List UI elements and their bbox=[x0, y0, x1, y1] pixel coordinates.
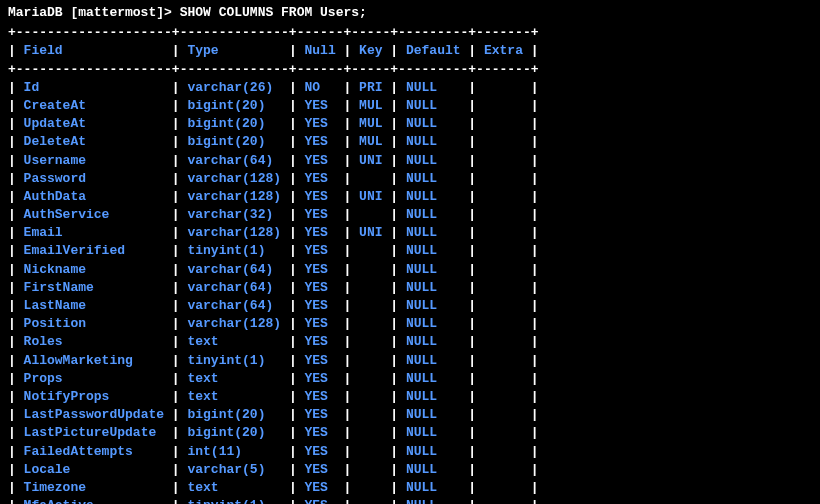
cell-key: PRI bbox=[359, 80, 382, 95]
cell-key bbox=[359, 444, 382, 459]
cell-key bbox=[359, 353, 382, 368]
cell-key bbox=[359, 334, 382, 349]
cell-type: text bbox=[187, 371, 281, 386]
cell-default: NULL bbox=[406, 425, 461, 440]
table-row: | Position | varchar(128) | YES | | NULL… bbox=[8, 315, 812, 333]
table-row: | AllowMarketing | tinyint(1) | YES | | … bbox=[8, 352, 812, 370]
cell-field: Id bbox=[24, 80, 164, 95]
cell-field: AuthData bbox=[24, 189, 164, 204]
cell-default: NULL bbox=[406, 298, 461, 313]
cell-field: DeleteAt bbox=[24, 134, 164, 149]
table-row: | DeleteAt | bigint(20) | YES | MUL | NU… bbox=[8, 133, 812, 151]
cell-default: NULL bbox=[406, 134, 461, 149]
cell-field: Roles bbox=[24, 334, 164, 349]
cell-field: Nickname bbox=[24, 262, 164, 277]
cell-null: YES bbox=[304, 389, 335, 404]
table-row: | Id | varchar(26) | NO | PRI | NULL | | bbox=[8, 79, 812, 97]
cell-extra bbox=[484, 116, 523, 131]
cell-null: YES bbox=[304, 480, 335, 495]
cell-field: CreateAt bbox=[24, 98, 164, 113]
cell-key: UNI bbox=[359, 153, 382, 168]
cell-default: NULL bbox=[406, 334, 461, 349]
table-border-mid: +--------------------+--------------+---… bbox=[8, 61, 812, 79]
cell-null: YES bbox=[304, 225, 335, 240]
cell-type: varchar(64) bbox=[187, 262, 281, 277]
cell-default: NULL bbox=[406, 171, 461, 186]
cell-key bbox=[359, 480, 382, 495]
cell-extra bbox=[484, 98, 523, 113]
cell-type: varchar(128) bbox=[187, 316, 281, 331]
cell-type: int(11) bbox=[187, 444, 281, 459]
cell-field: Timezone bbox=[24, 480, 164, 495]
cell-type: varchar(64) bbox=[187, 153, 281, 168]
cell-default: NULL bbox=[406, 189, 461, 204]
cell-field: Email bbox=[24, 225, 164, 240]
sql-prompt: MariaDB [mattermost]> SHOW COLUMNS FROM … bbox=[8, 4, 812, 22]
cell-field: MfaActive bbox=[24, 498, 164, 504]
table-header-row: | Field | Type | Null | Key | Default | … bbox=[8, 42, 812, 60]
table-row: | LastName | varchar(64) | YES | | NULL … bbox=[8, 297, 812, 315]
cell-key bbox=[359, 207, 382, 222]
cell-type: varchar(26) bbox=[187, 80, 281, 95]
cell-key: UNI bbox=[359, 189, 382, 204]
cell-key bbox=[359, 316, 382, 331]
cell-null: YES bbox=[304, 262, 335, 277]
cell-null: YES bbox=[304, 153, 335, 168]
header-default: Default bbox=[406, 43, 461, 58]
cell-extra bbox=[484, 444, 523, 459]
cell-default: NULL bbox=[406, 80, 461, 95]
cell-type: tinyint(1) bbox=[187, 353, 281, 368]
cell-default: NULL bbox=[406, 444, 461, 459]
cell-null: YES bbox=[304, 316, 335, 331]
cell-null: YES bbox=[304, 243, 335, 258]
cell-extra bbox=[484, 298, 523, 313]
cell-type: bigint(20) bbox=[187, 98, 281, 113]
cell-extra bbox=[484, 425, 523, 440]
table-row: | Password | varchar(128) | YES | | NULL… bbox=[8, 170, 812, 188]
table-row: | MfaActive | tinyint(1) | YES | | NULL … bbox=[8, 497, 812, 504]
cell-type: tinyint(1) bbox=[187, 498, 281, 504]
cell-extra bbox=[484, 334, 523, 349]
cell-extra bbox=[484, 153, 523, 168]
table-row: | Timezone | text | YES | | NULL | | bbox=[8, 479, 812, 497]
cell-default: NULL bbox=[406, 243, 461, 258]
cell-field: Position bbox=[24, 316, 164, 331]
cell-extra bbox=[484, 480, 523, 495]
cell-field: NotifyProps bbox=[24, 389, 164, 404]
cell-key bbox=[359, 407, 382, 422]
cell-key bbox=[359, 462, 382, 477]
cell-extra bbox=[484, 262, 523, 277]
table-row: | CreateAt | bigint(20) | YES | MUL | NU… bbox=[8, 97, 812, 115]
cell-field: LastPictureUpdate bbox=[24, 425, 164, 440]
cell-extra bbox=[484, 207, 523, 222]
cell-key: UNI bbox=[359, 225, 382, 240]
table-row: | AuthData | varchar(128) | YES | UNI | … bbox=[8, 188, 812, 206]
cell-default: NULL bbox=[406, 498, 461, 504]
cell-type: text bbox=[187, 480, 281, 495]
cell-null: YES bbox=[304, 280, 335, 295]
cell-default: NULL bbox=[406, 280, 461, 295]
cell-extra bbox=[484, 189, 523, 204]
cell-field: AllowMarketing bbox=[24, 353, 164, 368]
header-null: Null bbox=[304, 43, 335, 58]
cell-null: YES bbox=[304, 116, 335, 131]
cell-type: bigint(20) bbox=[187, 407, 281, 422]
table-border-top: +--------------------+--------------+---… bbox=[8, 24, 812, 42]
cell-key: MUL bbox=[359, 116, 382, 131]
table-row: | LastPictureUpdate | bigint(20) | YES |… bbox=[8, 424, 812, 442]
cell-extra bbox=[484, 171, 523, 186]
cell-extra bbox=[484, 389, 523, 404]
cell-type: varchar(64) bbox=[187, 298, 281, 313]
cell-field: AuthService bbox=[24, 207, 164, 222]
cell-extra bbox=[484, 243, 523, 258]
cell-key bbox=[359, 262, 382, 277]
table-row: | EmailVerified | tinyint(1) | YES | | N… bbox=[8, 242, 812, 260]
cell-extra bbox=[484, 316, 523, 331]
cell-type: text bbox=[187, 389, 281, 404]
cell-type: bigint(20) bbox=[187, 425, 281, 440]
table-row: | Username | varchar(64) | YES | UNI | N… bbox=[8, 152, 812, 170]
cell-null: YES bbox=[304, 134, 335, 149]
cell-field: FailedAttempts bbox=[24, 444, 164, 459]
header-type: Type bbox=[187, 43, 281, 58]
cell-extra bbox=[484, 134, 523, 149]
